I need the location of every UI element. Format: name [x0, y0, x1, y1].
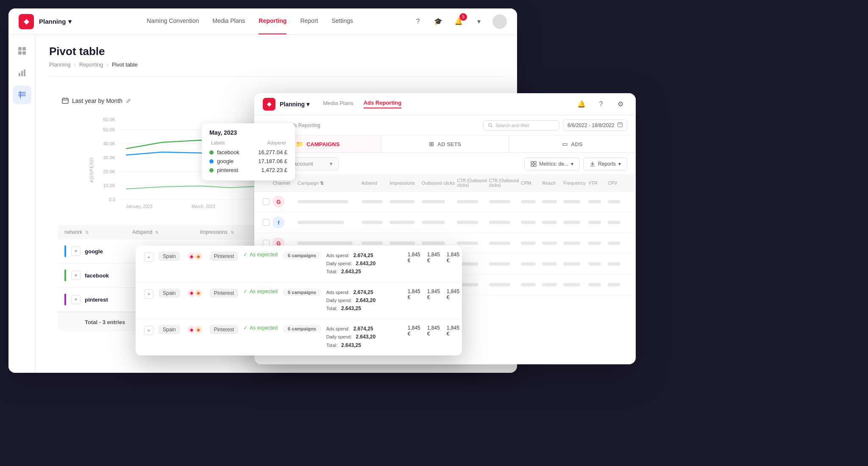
tooltip-dot-pinterest [209, 168, 214, 172]
ads-nav: ◆ Planning ▾ Media Plans Ads Reporting 🔔… [254, 93, 636, 115]
row-indicator-facebook [64, 269, 66, 281]
ads-table-row-2[interactable]: f [254, 212, 636, 233]
breadcrumb-reporting[interactable]: Reporting [79, 61, 103, 68]
ads-spend-1: 2.674,25 [353, 252, 373, 258]
sort-icon-adspend[interactable]: ⇅ [155, 230, 159, 235]
total-spend-3: 2.643,25 [341, 342, 361, 348]
ads-col-campaign-header: Campaign ⇅ [298, 180, 362, 186]
search-box[interactable]: Search and filter [483, 120, 559, 130]
campaigns-tab-label: CAMPAIGNS [306, 141, 339, 147]
ads-date-range-text: 6/6/2022 - 18/8/2022 [568, 122, 615, 128]
nav-item-reporting[interactable]: Reporting [259, 17, 287, 26]
sort-campaign-icon[interactable]: ⇅ [320, 180, 324, 186]
ctr1-bar-1 [457, 200, 478, 203]
ads-table-row-1[interactable]: G [254, 191, 636, 212]
nav-item-settings[interactable]: Settings [331, 17, 353, 26]
breadcrumb-planning[interactable]: Planning [49, 61, 71, 68]
svg-rect-40 [534, 161, 536, 164]
ads-date-range[interactable]: 6/6/2022 - 18/8/2022 [563, 119, 627, 131]
nav-item-naming[interactable]: Naming Convention [147, 17, 199, 26]
svg-text:50.0K: 50.0K [103, 127, 115, 132]
download-icon [590, 161, 595, 167]
adsets-tab-icon: ⊞ [429, 141, 434, 147]
reach-bar-2 [542, 221, 557, 224]
ads-col-freq-header: Frequency [563, 180, 588, 186]
svg-rect-2 [18, 51, 22, 55]
ads-nav-right: 🔔 ? ⚙ [575, 97, 627, 111]
ads-nav-adsreporting[interactable]: Ads Reporting [364, 100, 402, 108]
reach-bar-5 [542, 283, 557, 286]
ads-col-impressions-header: Impressions [389, 180, 421, 186]
cpv-bar-1 [608, 200, 620, 203]
channel-icon-2: f [273, 216, 284, 228]
nav-item-mediaplans[interactable]: Media Plans [212, 17, 245, 26]
search-icon [488, 123, 493, 128]
ads-breadcrumb: Planning > Ads Reporting Search and filt… [254, 115, 636, 136]
val2-1: 1,845 € [427, 252, 440, 264]
cpm-bar-1 [521, 200, 536, 203]
ads-help-button[interactable]: ? [594, 97, 608, 111]
sidebar-icon-dashboard[interactable] [13, 42, 31, 60]
detail-expand-3[interactable]: + [144, 326, 153, 335]
val3-1: 1,845 € [447, 252, 459, 264]
user-avatar[interactable] [492, 14, 507, 29]
location-tag-2: Spain [159, 288, 180, 298]
outbound-bar-2 [422, 221, 445, 224]
ads-spend-2: 2.674,25 [353, 289, 373, 295]
tab-ads[interactable]: ▭ ADS [509, 136, 636, 153]
cpm-bar-5 [521, 283, 536, 286]
planning-dropdown[interactable]: Planning ▾ [39, 18, 72, 25]
val1-1: 1,845 € [408, 252, 420, 264]
detail-expand-1[interactable]: + [144, 252, 153, 262]
svg-rect-38 [618, 123, 623, 127]
spend-info-3: Ads spend: 2.674,25 Daily spend: 2.643,2… [326, 325, 403, 350]
sidebar-icon-pivot[interactable] [13, 86, 31, 104]
ads-planning-label[interactable]: Planning ▾ [280, 101, 309, 108]
sort-icon-network[interactable]: ⇅ [85, 230, 89, 235]
svg-rect-5 [21, 71, 23, 76]
divider [49, 76, 504, 77]
metrics-button[interactable]: Metrics: de... ▾ [524, 158, 580, 170]
location-tag-1: Spain [159, 252, 180, 261]
ctr2-bar-5 [489, 283, 510, 286]
reports-chevron-icon: ▾ [618, 161, 621, 167]
page-title: Pivot table [49, 45, 504, 58]
expand-pinterest-button[interactable]: + [71, 295, 81, 304]
svg-rect-4 [19, 73, 20, 76]
reports-button[interactable]: Reports ▾ [583, 158, 627, 170]
col-header-network: network [64, 229, 82, 235]
val3-3: 1,845 € [447, 325, 459, 337]
expand-facebook-button[interactable]: + [71, 271, 81, 280]
svg-rect-6 [24, 69, 25, 76]
detail-expand-2[interactable]: + [144, 289, 153, 299]
checkbox-2[interactable] [263, 219, 270, 226]
ads-planning-text: Planning [280, 101, 305, 108]
ads-col-reach-header: Reach [542, 180, 563, 186]
daily-spend-3: 2.643,20 [356, 334, 376, 340]
sidebar-icon-chart[interactable] [13, 64, 31, 82]
svg-text:ADSPEND: ADSPEND [89, 157, 94, 183]
ads-notification-button[interactable]: 🔔 [575, 97, 588, 111]
tab-adsets[interactable]: ⊞ AD SETS [381, 136, 509, 153]
freq-bar-2 [563, 221, 580, 224]
date-range-label: Last year by Month [72, 97, 122, 104]
chevron-dropdown-icon[interactable]: ▾ [472, 15, 486, 28]
sort-icon-impressions[interactable]: ⇅ [231, 230, 234, 235]
nav-item-report[interactable]: Report [300, 17, 318, 26]
search-placeholder: Search and filter [495, 123, 529, 128]
vtr-bar-4 [588, 262, 601, 266]
freq-bar-5 [563, 283, 580, 286]
expand-google-button[interactable]: + [71, 247, 81, 256]
planning-label: Planning [39, 18, 66, 25]
breadcrumb-current: Pivot table [112, 61, 138, 68]
date-range-button[interactable]: Last year by Month [58, 95, 135, 107]
ads-settings-button[interactable]: ⚙ [614, 97, 627, 111]
graduation-icon-button[interactable]: 🎓 [431, 15, 445, 28]
reach-bar-4 [542, 262, 557, 266]
cpv-bar-5 [608, 283, 620, 286]
ads-nav-mediaplans[interactable]: Media Plans [323, 100, 353, 108]
checkbox-1[interactable] [263, 198, 270, 205]
campaign-details-window: + Spain ◆ ◆ Pinterest ✓ As expected 6 ca… [136, 246, 462, 355]
daily-spend-1: 2.643,20 [356, 261, 376, 266]
help-icon-button[interactable]: ? [411, 15, 425, 28]
